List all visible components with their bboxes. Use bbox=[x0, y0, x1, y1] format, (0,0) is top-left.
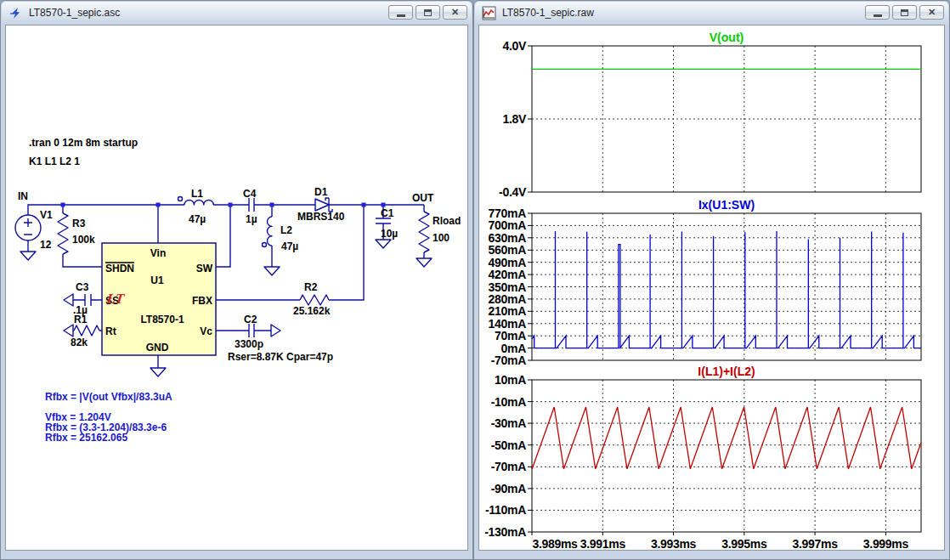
restore-icon bbox=[901, 9, 908, 16]
component-value: 1µ bbox=[246, 213, 257, 225]
y-axis-label: -110mA bbox=[485, 503, 526, 517]
component-V1[interactable]: V1 12 bbox=[15, 209, 53, 260]
y-axis-label: -0.4V bbox=[499, 185, 527, 199]
component-R1[interactable]: R1 82k bbox=[64, 314, 99, 348]
x-axis-label: 3.989ms bbox=[532, 537, 578, 551]
component-name: D1 bbox=[314, 186, 328, 198]
minimize-icon bbox=[874, 14, 882, 17]
waveform-svg[interactable]: 4.0V1.8V-0.4VV(out)770mA700mA630mA560mA4… bbox=[479, 25, 946, 552]
pin-vc: Vc bbox=[200, 325, 212, 337]
waveform-plot-icon[interactable] bbox=[482, 6, 496, 20]
y-axis-label: -30mA bbox=[491, 416, 526, 430]
x-axis-label: 3.997ms bbox=[793, 537, 839, 551]
trace-I(L1)+I(L2)[interactable] bbox=[532, 407, 921, 469]
trace-title[interactable]: Ix(U1:SW) bbox=[698, 198, 755, 212]
component-value: 100 bbox=[433, 232, 450, 244]
phase-dot-icon bbox=[263, 243, 267, 247]
window-title: LT8570-1_sepic.asc bbox=[29, 7, 120, 19]
ltspice-schematic-icon[interactable] bbox=[8, 6, 23, 20]
net-label-out[interactable]: OUT bbox=[412, 192, 434, 204]
schematic-window-titlebar[interactable]: LT8570-1_sepic.asc ✕ bbox=[2, 2, 472, 24]
y-axis-label: -70mA bbox=[491, 460, 526, 473]
comment-annotations[interactable]: Rfbx = |V(out Vfbx|/83.3uA Vfbx = 1.204V… bbox=[45, 391, 172, 444]
component-value: 100k bbox=[72, 234, 95, 246]
plot-pane-V(out)[interactable]: 4.0V1.8V-0.4VV(out) bbox=[499, 31, 921, 199]
schematic-window[interactable]: LT8570-1_sepic.asc ✕ .tran 0 12m 8m star… bbox=[0, 0, 473, 560]
minimize-button[interactable] bbox=[388, 5, 413, 20]
ic-part-number: LT8570-1 bbox=[140, 314, 184, 325]
ground-right-icon bbox=[271, 325, 280, 337]
component-name: C3 bbox=[76, 281, 89, 293]
close-icon: ✕ bbox=[451, 8, 459, 17]
component-value: 12 bbox=[40, 239, 52, 251]
component-R3[interactable]: R3 100k bbox=[58, 213, 95, 254]
schematic-svg[interactable]: .tran 0 12m 8m startup K1 L1 L2 1 bbox=[6, 25, 469, 552]
restore-icon bbox=[424, 9, 432, 16]
component-name: C2 bbox=[244, 314, 257, 325]
plot-pane-Ix(U1:SW)[interactable]: 770mA700mA630mA560mA490mA420mA350mA280mA… bbox=[489, 198, 921, 367]
ground-icon bbox=[20, 252, 36, 260]
close-button[interactable]: ✕ bbox=[443, 5, 467, 20]
annotation: Rfbx = 25162.065 bbox=[45, 432, 127, 444]
component-U1[interactable]: Vin SHDN SS Rt GND SW FBX Vc U1 LT LT857… bbox=[102, 243, 216, 376]
component-params: Rser=8.87K Cpar=47p bbox=[228, 351, 333, 363]
y-axis-label: -50mA bbox=[491, 438, 526, 452]
ground-left-icon bbox=[64, 325, 73, 337]
pin-rt: Rt bbox=[105, 325, 116, 337]
component-L2[interactable]: L2 47µ bbox=[263, 217, 299, 275]
component-value: 10µ bbox=[381, 228, 398, 240]
plot-pane-I(L1)+I(L2)[interactable]: 10mA-10mA-30mA-50mA-70mA-90mA-110mA-130m… bbox=[484, 365, 921, 539]
restore-button[interactable] bbox=[892, 5, 917, 20]
ground-icon bbox=[376, 240, 391, 248]
component-Rload[interactable]: Rload 100 bbox=[416, 212, 461, 267]
component-name: V1 bbox=[40, 209, 53, 221]
component-value: MBRS140 bbox=[297, 211, 345, 223]
minimize-button[interactable] bbox=[865, 5, 890, 20]
component-value: 25.162k bbox=[293, 305, 331, 317]
ic-designator: U1 bbox=[150, 274, 164, 286]
trace-title[interactable]: I(L1)+I(L2) bbox=[698, 365, 755, 378]
component-name: C1 bbox=[381, 207, 394, 219]
ground-icon bbox=[264, 267, 280, 275]
y-axis-label: -70mA bbox=[491, 354, 526, 367]
y-axis-label: 1.8V bbox=[502, 112, 527, 126]
trace-Ix(U1:SW)[interactable] bbox=[532, 231, 921, 348]
minimize-icon bbox=[397, 14, 405, 17]
waveform-window[interactable]: LT8570-1_sepic.raw ✕ 4.0V1.8V-0.4VV(out)… bbox=[473, 0, 950, 560]
net-label-in[interactable]: IN bbox=[18, 190, 28, 202]
trace-title[interactable]: V(out) bbox=[710, 31, 744, 44]
component-name: Rload bbox=[433, 215, 461, 227]
ground-left-icon bbox=[64, 294, 73, 306]
component-name: C4 bbox=[243, 188, 257, 200]
lt-logo-icon: LT bbox=[105, 291, 126, 307]
x-axis-label: 3.993ms bbox=[651, 537, 697, 551]
component-C4[interactable]: C4 1µ bbox=[243, 188, 257, 225]
ground-icon bbox=[150, 368, 166, 376]
y-axis-label: -10mA bbox=[491, 395, 526, 409]
component-name: R3 bbox=[72, 218, 86, 229]
schematic-canvas[interactable]: .tran 0 12m 8m startup K1 L1 L2 1 bbox=[5, 25, 468, 551]
x-axis-label: 3.999ms bbox=[863, 537, 909, 551]
component-C2[interactable]: C2 3300p Rser=8.87K Cpar=47p bbox=[228, 314, 333, 363]
phase-dot-icon bbox=[178, 197, 183, 201]
pin-fbx: FBX bbox=[192, 295, 212, 307]
pin-sw: SW bbox=[196, 263, 213, 274]
close-button[interactable]: ✕ bbox=[919, 5, 944, 20]
waveform-window-titlebar[interactable]: LT8570-1_sepic.raw ✕ bbox=[475, 2, 948, 24]
spice-directive[interactable]: .tran 0 12m 8m startup bbox=[29, 137, 138, 149]
component-name: R1 bbox=[74, 314, 88, 325]
component-R2[interactable]: R2 25.162k bbox=[293, 281, 331, 317]
component-L1[interactable]: L1 47µ bbox=[178, 188, 214, 225]
component-value: 47µ bbox=[189, 213, 206, 225]
spice-directive[interactable]: K1 L1 L2 1 bbox=[29, 156, 80, 167]
waveform-canvas[interactable]: 4.0V1.8V-0.4VV(out)770mA700mA630mA560mA4… bbox=[478, 25, 945, 551]
component-C3[interactable]: C3 .1µ bbox=[64, 281, 91, 316]
window-title: LT8570-1_sepic.raw bbox=[502, 7, 594, 19]
component-C1[interactable]: C1 10µ bbox=[376, 207, 398, 248]
ground-icon bbox=[416, 258, 432, 267]
component-value: 3300p bbox=[235, 338, 263, 350]
restore-button[interactable] bbox=[416, 5, 440, 20]
x-axis-label: 3.991ms bbox=[580, 537, 626, 551]
y-axis-label: -130mA bbox=[484, 525, 526, 539]
close-icon: ✕ bbox=[928, 8, 936, 17]
